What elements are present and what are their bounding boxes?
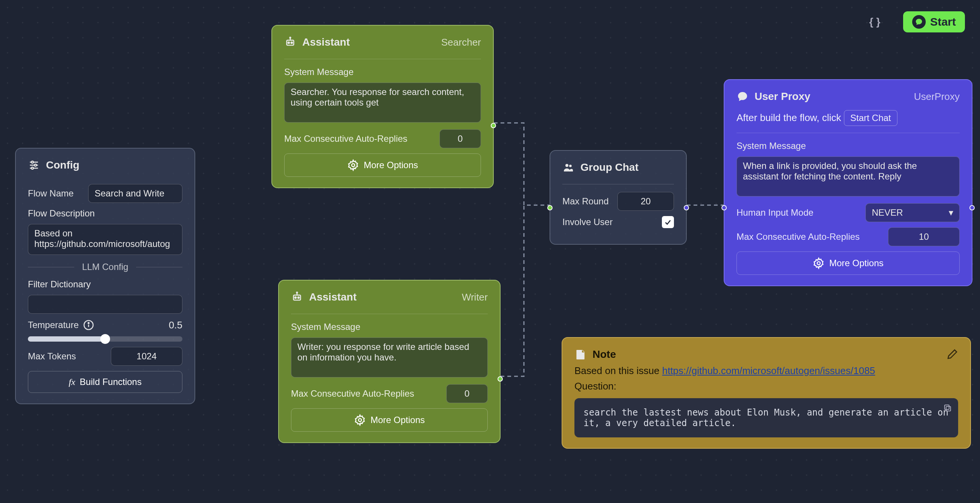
- svg-point-20: [297, 292, 298, 293]
- groupchat-title: Group Chat: [581, 161, 638, 174]
- output-port[interactable]: [498, 376, 503, 382]
- max-round-label: Max Round: [562, 196, 609, 207]
- flow-description-input[interactable]: Based on https://github.com/microsoft/au…: [28, 224, 183, 255]
- system-message-label: System Message: [737, 141, 959, 151]
- human-input-mode-label: Human Input Mode: [737, 207, 813, 218]
- start-chat-chip[interactable]: Start Chat: [844, 110, 897, 126]
- system-message-input[interactable]: Searcher. You response for search conten…: [284, 83, 481, 123]
- chevron-down-icon: ▾: [949, 207, 953, 218]
- config-title: Config: [46, 159, 80, 171]
- svg-point-15: [352, 164, 355, 167]
- chat-icon: [737, 91, 749, 103]
- svg-point-6: [31, 167, 33, 169]
- svg-point-12: [291, 42, 293, 43]
- settings-icon: [28, 159, 40, 171]
- human-input-mode-value: NEVER: [872, 207, 903, 218]
- assistant-title: Assistant: [302, 36, 350, 48]
- userproxy-node: User Proxy UserProxy After build the flo…: [724, 79, 972, 286]
- note-icon: [574, 349, 587, 360]
- svg-point-14: [290, 37, 291, 38]
- config-node: Config Flow Name Search and Write Flow D…: [15, 148, 195, 404]
- build-functions-label: Build Functions: [80, 377, 142, 387]
- assistant-name: Writer: [462, 291, 488, 303]
- assistant-title: Assistant: [309, 291, 356, 303]
- svg-point-17: [295, 297, 296, 298]
- assistant-node-searcher: Assistant Searcher System Message Search…: [271, 25, 494, 188]
- groupchat-node: Group Chat Max Round 20 Involve User: [550, 150, 687, 245]
- more-options-button[interactable]: More Options: [291, 408, 488, 432]
- max-round-input[interactable]: 20: [617, 192, 674, 211]
- assistant-node-writer: Assistant Writer System Message Writer: …: [278, 280, 501, 443]
- start-button-label: Start: [930, 16, 956, 28]
- max-tokens-input[interactable]: 1024: [111, 347, 183, 366]
- svg-point-18: [298, 297, 299, 298]
- note-code-block: search the lastest news about Elon Musk,…: [574, 398, 958, 438]
- robot-icon: [284, 36, 296, 48]
- max-auto-replies-input[interactable]: 0: [439, 129, 481, 148]
- assistant-name: Searcher: [441, 37, 481, 48]
- temperature-label: Temperature: [28, 320, 79, 330]
- flow-name-label: Flow Name: [28, 188, 73, 199]
- flow-name-input[interactable]: Search and Write: [88, 184, 183, 203]
- max-auto-replies-input[interactable]: 0: [446, 384, 488, 403]
- userproxy-title: User Proxy: [755, 91, 810, 103]
- more-options-label: More Options: [371, 415, 425, 425]
- max-tokens-label: Max Tokens: [28, 351, 76, 361]
- max-auto-replies-label: Max Consecutive Auto-Replies: [284, 134, 407, 144]
- input-port[interactable]: [721, 205, 727, 210]
- input-port[interactable]: [547, 205, 552, 210]
- people-icon: [562, 161, 574, 174]
- temperature-slider[interactable]: [28, 336, 183, 342]
- build-functions-button[interactable]: fx Build Functions: [28, 371, 183, 393]
- pencil-icon[interactable]: [946, 349, 958, 360]
- system-message-label: System Message: [291, 322, 488, 332]
- note-prefix: Based on this issue: [574, 365, 662, 376]
- temperature-value: 0.5: [169, 319, 183, 331]
- start-button[interactable]: Start: [903, 11, 965, 32]
- system-message-label: System Message: [284, 67, 481, 77]
- gear-icon: [354, 414, 366, 426]
- involve-user-label: Involve User: [562, 217, 612, 228]
- svg-point-4: [31, 161, 33, 163]
- system-message-input[interactable]: When a link is provided, you should ask …: [737, 156, 959, 196]
- hint-text: After build the flow, click: [737, 112, 841, 123]
- note-title: Note: [592, 349, 616, 360]
- json-icon[interactable]: { }: [869, 16, 880, 28]
- svg-rect-25: [946, 406, 951, 411]
- max-auto-replies-label: Max Consecutive Auto-Replies: [737, 231, 860, 242]
- more-options-button[interactable]: More Options: [737, 252, 959, 275]
- gear-icon: [347, 159, 359, 171]
- svg-point-11: [288, 42, 290, 43]
- note-question-label: Question:: [574, 380, 958, 392]
- copy-icon[interactable]: [943, 403, 952, 415]
- svg-point-21: [358, 419, 361, 422]
- note-code: search the lastest news about Elon Musk,…: [584, 407, 948, 428]
- function-icon: fx: [68, 377, 75, 387]
- svg-point-9: [88, 322, 89, 323]
- chat-bubble-icon: [912, 15, 926, 29]
- filter-dictionary-input[interactable]: [28, 295, 183, 314]
- svg-point-5: [34, 164, 36, 166]
- output-port[interactable]: [969, 205, 975, 210]
- flow-description-label: Flow Description: [28, 208, 183, 219]
- svg-point-22: [565, 164, 568, 167]
- output-port[interactable]: [491, 123, 496, 128]
- robot-icon: [291, 291, 303, 303]
- output-port[interactable]: [684, 205, 689, 210]
- max-auto-replies-input[interactable]: 10: [888, 228, 959, 246]
- more-options-label: More Options: [364, 160, 418, 170]
- info-icon[interactable]: [83, 319, 95, 331]
- note-node: Note Based on this issue https://github.…: [562, 337, 971, 449]
- max-auto-replies-label: Max Consecutive Auto-Replies: [291, 388, 414, 399]
- svg-point-24: [817, 262, 820, 265]
- involve-user-checkbox[interactable]: [662, 216, 674, 228]
- llm-config-divider: LLM Config: [28, 262, 183, 272]
- system-message-input[interactable]: Writer: you response for write article b…: [291, 337, 488, 377]
- gear-icon: [813, 257, 825, 269]
- human-input-mode-select[interactable]: NEVER ▾: [865, 203, 959, 222]
- more-options-button[interactable]: More Options: [284, 153, 481, 177]
- svg-point-23: [569, 165, 572, 167]
- userproxy-name: UserProxy: [914, 91, 959, 103]
- note-link[interactable]: https://github.com/microsoft/autogen/iss…: [662, 365, 875, 376]
- more-options-label: More Options: [829, 258, 883, 269]
